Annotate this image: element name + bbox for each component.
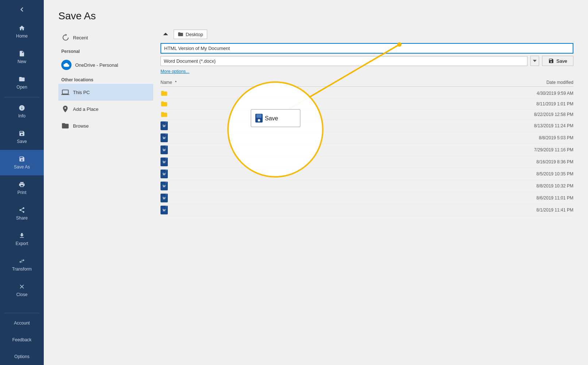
filetype-dropdown-arrow[interactable] [530,56,539,66]
file-date: 8/13/2019 11:24 PM [508,123,573,128]
table-row[interactable]: W 8/6/2019 11:01 PM [160,192,573,204]
sidebar-item-export[interactable]: Export [0,226,44,252]
sidebar-item-options[interactable]: Options [0,348,44,365]
sidebar-item-info[interactable]: Info [0,99,44,124]
file-date: 8/8/2019 10:32 PM [508,183,573,189]
browse-location[interactable]: Browse [58,117,153,134]
sidebar-item-share[interactable]: Share [0,201,44,226]
sidebar: Home New Open Info Save Save As Print Sh… [0,0,44,365]
sidebar-item-open[interactable]: Open [0,70,44,96]
file-date: 8/8/2019 5:03 PM [508,135,573,140]
nav-path: Desktop [174,30,207,39]
folder-icon [160,111,172,118]
add-place-location[interactable]: Add a Place [58,101,153,117]
table-row[interactable]: 4/30/2019 9:59 AM [160,88,573,99]
word-doc-icon: W [160,206,172,214]
file-date: 7/29/2019 11:16 PM [508,147,573,152]
sidebar-bottom: Account Feedback Options [0,311,44,365]
file-list-header: Name Date modified [160,78,573,87]
file-date: 8/5/2019 10:35 PM [508,171,573,176]
filename-input[interactable] [160,43,573,54]
sidebar-item-close[interactable]: Close [0,277,44,303]
main-content: Save As Recent Personal OneDrive - Perso… [44,0,588,365]
word-doc-icon: W [160,145,172,154]
sidebar-item-feedback[interactable]: Feedback [0,331,44,348]
content-area: Recent Personal OneDrive - Personal Othe… [58,29,573,365]
onedrive-icon [61,60,71,70]
file-date: 8/1/2019 11:41 PM [508,207,573,213]
more-options-link[interactable]: More options... [160,69,573,74]
word-doc-icon: W [160,194,172,202]
word-doc-icon: W [160,182,172,190]
file-date: 8/6/2019 11:01 PM [508,195,573,201]
sidebar-item-account[interactable]: Account [0,315,44,331]
folder-icon [160,90,172,97]
back-button[interactable] [0,0,44,19]
filetype-row: Word Document (*.docx) Save [160,56,573,66]
table-row[interactable]: 8/11/2019 1:01 PM [160,99,573,109]
nav-bar: Desktop [160,29,573,39]
sidebar-item-save-as[interactable]: Save As [0,150,44,175]
word-doc-icon: W [160,133,172,142]
file-list: 4/30/2019 9:59 AM8/11/2019 1:01 PM8/22/2… [160,88,573,271]
locations-panel: Recent Personal OneDrive - Personal Othe… [58,29,160,365]
filetype-select[interactable]: Word Document (*.docx) [160,56,527,66]
table-row[interactable]: W 8/8/2019 5:03 PM [160,132,573,144]
table-row[interactable]: W 7/29/2019 11:16 PM [160,144,573,156]
column-date-modified: Date modified [508,80,573,85]
sidebar-item-transform[interactable]: Transform [0,252,44,277]
file-date: 8/16/2019 8:36 PM [508,159,573,164]
table-row[interactable]: W 8/1/2019 11:41 PM [160,204,573,216]
save-button[interactable]: Save [542,56,573,66]
other-section-label: Other locations [58,74,153,84]
sidebar-item-home[interactable]: Home [0,19,44,44]
page-title: Save As [58,10,573,22]
column-name[interactable]: Name [160,80,508,85]
nav-up-button[interactable] [160,29,171,39]
table-row[interactable]: 8/22/2019 12:58 PM [160,109,573,120]
recent-location[interactable]: Recent [58,29,153,46]
file-browser: Desktop Word Document (*.docx) Save M [160,29,573,365]
word-doc-icon: W [160,158,172,166]
file-date: 8/22/2019 12:58 PM [508,112,573,117]
folder-icon [160,100,172,108]
file-date: 4/30/2019 9:59 AM [508,91,573,96]
onedrive-location[interactable]: OneDrive - Personal [58,55,153,74]
sidebar-item-print[interactable]: Print [0,175,44,201]
table-row[interactable]: W 8/5/2019 10:35 PM [160,168,573,180]
this-pc-location[interactable]: This PC [58,84,153,101]
word-doc-icon: W [160,121,172,130]
personal-section-label: Personal [58,46,153,55]
word-doc-icon: W [160,170,172,178]
table-row[interactable]: W 8/8/2019 10:32 PM [160,180,573,192]
sidebar-divider-2 [4,313,39,313]
table-row[interactable]: W 8/13/2019 11:24 PM [160,120,573,132]
sidebar-item-new[interactable]: New [0,44,44,70]
file-date: 8/11/2019 1:01 PM [508,101,573,106]
sidebar-item-save[interactable]: Save [0,124,44,150]
sidebar-divider-1 [4,97,39,97]
table-row[interactable]: W 8/16/2019 8:36 PM [160,156,573,168]
